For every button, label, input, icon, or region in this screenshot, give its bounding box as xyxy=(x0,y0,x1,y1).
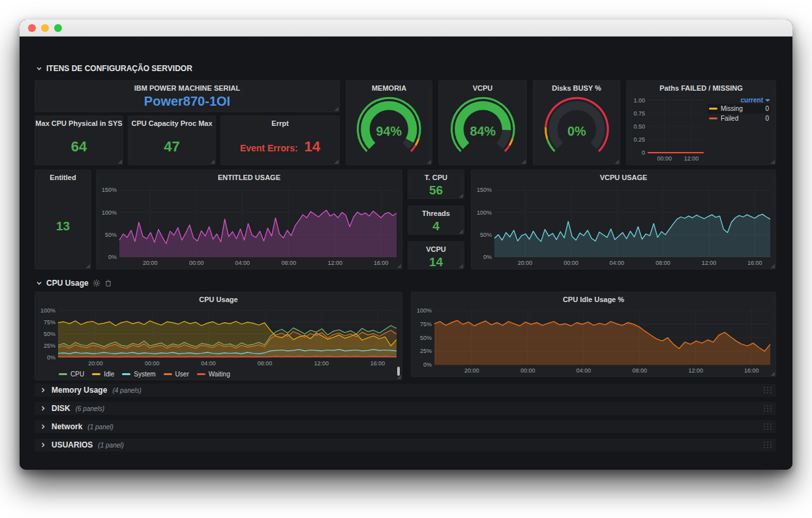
panel-vcpu-usage-title[interactable]: VCPU USAGE xyxy=(472,170,775,183)
legend-color-swatch xyxy=(197,373,205,375)
panel-cpu-capacity-title[interactable]: CPU Capacity Proc Max xyxy=(128,116,215,129)
panel-disks-title[interactable]: Disks BUSY % xyxy=(534,81,620,94)
panel-vcpu-gauge-title[interactable]: VCPU xyxy=(439,81,526,94)
legend-item-system[interactable]: System xyxy=(122,371,155,378)
svg-text:0%: 0% xyxy=(108,254,117,260)
svg-text:20:00: 20:00 xyxy=(464,367,479,374)
svg-text:150%: 150% xyxy=(477,187,492,193)
close-window-button[interactable] xyxy=(28,24,36,32)
legend-item-waiting[interactable]: Waiting xyxy=(197,371,230,378)
panel-entitled-usage-title[interactable]: ENTITLED USAGE xyxy=(97,170,402,183)
legend-item-cpu[interactable]: CPU xyxy=(59,371,84,378)
minimize-window-button[interactable] xyxy=(41,24,49,32)
entitled-usage-chart[interactable]: 20:0000:0004:0008:0012:0016:000%50%100%1… xyxy=(98,183,400,267)
panel-entitled: Entitled 13 xyxy=(35,170,91,269)
svg-text:04:00: 04:00 xyxy=(610,260,625,266)
panel-t-cpu: T. CPU 56 xyxy=(408,170,464,199)
cpu-usage-legend[interactable]: CPUIdleSystemUserWaiting xyxy=(59,371,230,378)
row-drag-handle[interactable] xyxy=(763,441,772,449)
panel-cpu-idle-title[interactable]: CPU Idle Usage % xyxy=(412,292,775,305)
svg-text:00:00: 00:00 xyxy=(657,155,672,162)
panel-paths-title[interactable]: Paths FAILED / MISSING xyxy=(627,81,775,94)
panel-cpu-idle: CPU Idle Usage % 20:0000:0004:0008:0012:… xyxy=(411,292,776,377)
panel-serial: IBM POWER MACHINE SERIAL Power870-1OI xyxy=(35,80,340,112)
section-config-header[interactable]: ITENS DE CONFIGURAÇÃO SERVIDOR xyxy=(36,64,192,73)
legend-item-missing[interactable]: Missing0 xyxy=(708,104,770,114)
entitled-value: 13 xyxy=(56,219,70,234)
svg-text:0.75: 0.75 xyxy=(633,110,645,117)
legend-label: Waiting xyxy=(209,371,230,378)
svg-text:04:00: 04:00 xyxy=(576,367,591,374)
panel-t-cpu-title[interactable]: T. CPU xyxy=(408,170,464,183)
section-config-title: ITENS DE CONFIGURAÇÃO SERVIDOR xyxy=(46,64,192,73)
svg-text:50%: 50% xyxy=(105,232,117,238)
svg-text:00:00: 00:00 xyxy=(189,260,204,266)
panel-max-cpu-title[interactable]: Max CPU Physical in SYS xyxy=(35,116,123,129)
svg-text:94%: 94% xyxy=(376,124,402,138)
panel-errpt-title[interactable]: Errpt xyxy=(221,116,339,129)
cpu-capacity-value: 47 xyxy=(164,138,179,155)
row-memory-usage[interactable]: Memory Usage (4 panels) xyxy=(35,384,776,397)
row-network[interactable]: Network (1 panel) xyxy=(35,420,776,433)
svg-text:150%: 150% xyxy=(102,187,117,193)
paths-legend: current Missing0Failed0 xyxy=(708,97,770,123)
chevron-right-icon xyxy=(40,442,46,448)
panel-threads-title[interactable]: Threads xyxy=(408,206,464,219)
row-drag-handle[interactable] xyxy=(763,386,772,394)
panel-cpu-usage-title[interactable]: CPU Usage xyxy=(35,292,402,305)
legend-color-swatch xyxy=(122,373,130,375)
row-disk[interactable]: DISK (6 panels) xyxy=(35,402,776,415)
svg-text:00:00: 00:00 xyxy=(520,367,535,374)
vcpu-gauge[interactable]: 84% xyxy=(439,93,526,163)
memoria-gauge[interactable]: 94% xyxy=(346,93,432,163)
row-drag-handle[interactable] xyxy=(763,423,772,431)
trash-icon[interactable] xyxy=(104,279,112,287)
panel-memoria-title[interactable]: MEMORIA xyxy=(346,81,432,94)
legend-current-value: 0 xyxy=(765,115,769,122)
vcpu-stat-value: 14 xyxy=(408,255,464,269)
cpu-usage-chart[interactable]: 20:0000:0004:0008:0012:0016:000%25%50%75… xyxy=(37,305,400,368)
window-titlebar[interactable] xyxy=(20,20,792,37)
paths-chart[interactable]: 00:0012:0000.250.500.751.00 xyxy=(628,94,708,163)
cpu-idle-chart[interactable]: 20:0000:0004:0008:0012:0016:000%25%50%75… xyxy=(413,305,774,375)
svg-text:25%: 25% xyxy=(420,348,432,354)
svg-text:0.25: 0.25 xyxy=(633,136,645,143)
errpt-value: 14 xyxy=(305,138,320,155)
panel-serial-title[interactable]: IBM POWER MACHINE SERIAL xyxy=(35,81,339,94)
legend-scrollbar[interactable] xyxy=(397,367,400,376)
legend-item-failed[interactable]: Failed0 xyxy=(708,114,770,123)
svg-text:0%: 0% xyxy=(423,361,432,368)
svg-text:75%: 75% xyxy=(420,321,432,328)
legend-item-idle[interactable]: Idle xyxy=(92,371,114,378)
svg-text:0: 0 xyxy=(642,149,645,156)
svg-text:04:00: 04:00 xyxy=(235,260,250,266)
chevron-right-icon xyxy=(40,387,46,393)
legend-color-swatch xyxy=(164,373,172,375)
paths-legend-sort[interactable]: current xyxy=(708,97,770,104)
gear-icon[interactable] xyxy=(93,279,100,287)
row-drag-handle[interactable] xyxy=(763,404,772,412)
zoom-window-button[interactable] xyxy=(54,24,62,32)
panel-entitled-title[interactable]: Entitled xyxy=(35,170,91,183)
chevron-right-icon xyxy=(40,405,46,412)
grafana-dashboard: ITENS DE CONFIGURAÇÃO SERVIDOR IBM POWER… xyxy=(20,37,792,470)
svg-text:20:00: 20:00 xyxy=(88,360,103,367)
section-cpu-header[interactable]: CPU Usage xyxy=(36,279,112,288)
svg-text:1.00: 1.00 xyxy=(633,97,645,104)
legend-color-swatch xyxy=(709,117,717,119)
svg-text:25%: 25% xyxy=(44,343,55,349)
row-memory-usage-title: Memory Usage xyxy=(52,386,107,395)
disks-busy-gauge[interactable]: 0% xyxy=(534,93,620,163)
row-usuarios[interactable]: USUARIOS (1 panel) xyxy=(35,438,776,451)
panel-errpt: Errpt Event Errors: 14 xyxy=(220,115,340,165)
caret-down-icon xyxy=(765,99,770,102)
legend-color-swatch xyxy=(59,373,67,375)
panel-vcpu-stat-title[interactable]: VCPU xyxy=(408,242,464,255)
svg-text:20:00: 20:00 xyxy=(143,260,158,266)
vcpu-usage-chart[interactable]: 20:0000:0004:0008:0012:0016:000%50%100%1… xyxy=(473,183,774,267)
svg-text:100%: 100% xyxy=(477,209,492,216)
svg-text:0%: 0% xyxy=(567,124,586,138)
svg-text:16:00: 16:00 xyxy=(374,260,389,266)
svg-text:16:00: 16:00 xyxy=(747,260,762,266)
legend-item-user[interactable]: User xyxy=(164,371,189,378)
